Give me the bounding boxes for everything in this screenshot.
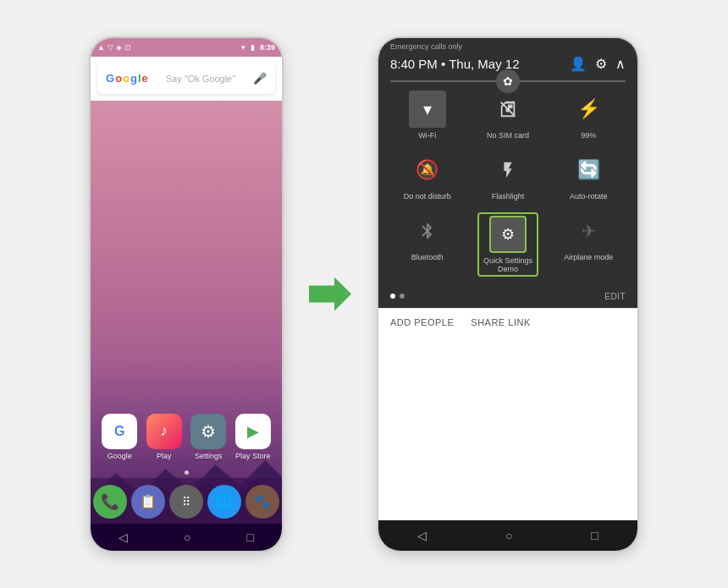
settings-icon[interactable]: ⚙ — [595, 56, 607, 72]
home-dot-indicator — [91, 467, 282, 478]
g-letter-2: o — [115, 72, 122, 85]
brightness-thumb[interactable]: ✿ — [496, 69, 520, 93]
battery-icon: ▮ — [251, 43, 255, 52]
qs-footer: EDIT — [378, 289, 637, 308]
back-button-left[interactable]: ◁ — [119, 530, 128, 544]
google-logo: G o o g l e — [106, 72, 148, 85]
recents-button-right[interactable]: □ — [591, 529, 598, 542]
dock-photos[interactable]: 🐾 — [245, 485, 279, 519]
collapse-icon[interactable]: ∧ — [615, 56, 626, 72]
main-container: ▲ ▽ ◈ ⊡ ▾ ▮ 8:39 G o o g l e Say "Ok Goo… — [0, 0, 728, 588]
tile-quick-settings-demo[interactable]: ⚙ Quick Settings Demo — [477, 212, 538, 277]
cast-icon: ⊡ — [124, 43, 131, 52]
edit-button[interactable]: EDIT — [604, 292, 626, 301]
wifi-status-icon: ▽ — [108, 43, 113, 52]
tile-airplane[interactable]: ✈ Airplane mode — [558, 212, 619, 277]
quick-settings-tile-icon: ⚙ — [489, 216, 527, 253]
tile-dnd[interactable]: 🔕 Do not disturb — [397, 151, 458, 201]
nfc-icon: ◈ — [116, 43, 122, 52]
sim-tile-label: No SIM card — [487, 131, 529, 140]
brightness-bar[interactable]: ✿ — [378, 77, 637, 91]
settings-gear-icon: ⚙ — [201, 421, 216, 442]
qs-tiles: ▾ Wi-Fi No SIM card ⚡ 99% — [378, 91, 637, 289]
dnd-tile-icon: 🔕 — [409, 151, 446, 189]
nav-bar-left: ◁ ○ □ — [91, 524, 282, 551]
tile-battery[interactable]: ⚡ 99% — [558, 91, 619, 140]
apps-icon: ⠿ — [182, 495, 190, 508]
tile-wifi[interactable]: ▾ Wi-Fi — [397, 91, 458, 140]
app-play-store[interactable]: ▶ Play Store — [235, 414, 271, 460]
notes-icon: 📋 — [140, 493, 157, 509]
search-bar[interactable]: G o o g l e Say "Ok Google" 🎤 — [97, 63, 275, 94]
g-letter-5: l — [138, 72, 141, 85]
page-dot — [185, 470, 189, 475]
play-store-label: Play Store — [235, 452, 271, 460]
g-letter-1: G — [106, 72, 114, 85]
tile-autorotate[interactable]: 🔄 Auto-rotate — [558, 151, 619, 201]
qs-row-2: 🔕 Do not disturb Flashlight 🔄 Auto-rotat… — [387, 151, 629, 201]
g-letter-6: e — [142, 72, 148, 85]
user-icon[interactable]: 👤 — [570, 56, 587, 72]
battery-tile-icon: ⚡ — [570, 91, 607, 128]
app-google[interactable]: G Google — [102, 414, 137, 460]
bluetooth-tile-label: Bluetooth — [411, 253, 444, 261]
emergency-text: Emergency calls only — [390, 42, 462, 51]
recents-button-left[interactable]: □ — [247, 530, 254, 544]
dock-phone[interactable]: 📞 — [93, 485, 127, 519]
svg-line-2 — [501, 102, 516, 116]
play-music-icon: ♪ — [160, 422, 168, 440]
arrow-shape — [309, 278, 351, 311]
quick-settings-tile-label: Quick Settings Demo — [481, 256, 535, 273]
google-icon: G — [114, 424, 124, 439]
tile-bluetooth[interactable]: Bluetooth — [397, 212, 458, 277]
qs-row-1: ▾ Wi-Fi No SIM card ⚡ 99% — [387, 91, 629, 140]
play-store-icon: ▶ — [247, 422, 259, 441]
battery-tile-label: 99% — [581, 131, 596, 140]
photos-icon: 🐾 — [254, 493, 271, 509]
g-letter-3: o — [123, 72, 130, 85]
autorotate-tile-icon: 🔄 — [570, 151, 607, 189]
app-settings[interactable]: ⚙ Settings — [190, 414, 226, 460]
flashlight-tile-icon — [489, 151, 527, 189]
dock-notes[interactable]: 📋 — [131, 485, 165, 519]
wifi-icon: ▾ — [241, 43, 245, 52]
tile-flashlight[interactable]: Flashlight — [477, 151, 538, 201]
nav-bar-right: ◁ ○ □ — [378, 520, 637, 551]
qs-header-icons: 👤 ⚙ ∧ — [570, 56, 626, 72]
dock-apps[interactable]: ⠿ — [169, 485, 203, 519]
share-link-button[interactable]: SHARE LINK — [471, 317, 530, 327]
signal-icon: ▲ — [97, 43, 105, 52]
share-buttons: ADD PEOPLE SHARE LINK — [378, 308, 637, 336]
mic-icon[interactable]: 🎤 — [253, 72, 267, 85]
airplane-tile-icon: ✈ — [570, 212, 607, 250]
app-icons-row: G Google ♪ Play ⚙ Settings — [91, 414, 282, 467]
emergency-bar: Emergency calls only — [378, 38, 637, 52]
bluetooth-tile-icon — [409, 212, 446, 250]
chrome-icon: 🌐 — [215, 492, 234, 511]
home-button-right[interactable]: ○ — [505, 529, 512, 542]
flashlight-tile-label: Flashlight — [492, 192, 525, 201]
app-play-music[interactable]: ♪ Play — [146, 414, 182, 460]
page-dots — [390, 294, 405, 299]
brightness-track[interactable]: ✿ — [390, 80, 626, 82]
status-bar-left: ▲ ▽ ◈ ⊡ ▾ ▮ 8:39 — [91, 38, 282, 57]
dot-1 — [390, 294, 395, 299]
dock-chrome[interactable]: 🌐 — [207, 485, 241, 519]
airplane-tile-label: Airplane mode — [564, 253, 613, 261]
back-button-right[interactable]: ◁ — [417, 529, 427, 542]
phone-icon: 📞 — [101, 492, 119, 511]
dnd-tile-label: Do not disturb — [404, 192, 451, 201]
google-label: Google — [108, 452, 132, 460]
wallpaper: G Google ♪ Play ⚙ Settings — [91, 101, 282, 524]
wifi-tile-icon: ▾ — [409, 91, 446, 128]
right-phone: Emergency calls only 8:40 PM • Thu, May … — [377, 36, 639, 552]
add-people-button[interactable]: ADD PEOPLE — [390, 317, 454, 327]
qs-row-3: Bluetooth ⚙ Quick Settings Demo ✈ Airpla… — [387, 212, 629, 277]
tile-sim[interactable]: No SIM card — [477, 91, 538, 140]
g-letter-4: g — [130, 72, 137, 85]
status-icons: ▲ ▽ ◈ ⊡ — [97, 43, 131, 52]
home-button-left[interactable]: ○ — [184, 530, 190, 544]
qs-time: 8:40 PM • Thu, May 12 — [390, 57, 520, 71]
dot-2 — [400, 294, 405, 299]
left-phone: ▲ ▽ ◈ ⊡ ▾ ▮ 8:39 G o o g l e Say "Ok Goo… — [89, 36, 284, 552]
